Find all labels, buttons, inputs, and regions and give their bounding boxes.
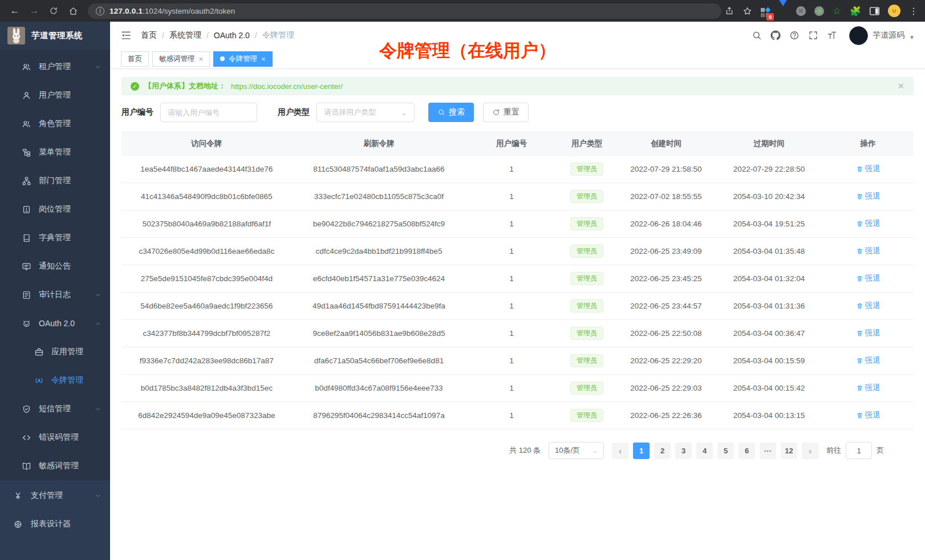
tab-close-icon[interactable]: ×	[199, 55, 204, 63]
report-designer-icon	[13, 520, 23, 529]
app-logo-bar[interactable]: 芋道管理系统	[0, 22, 110, 50]
refresh-token-cell: 8796295f04064c2983414cc54af1097a	[292, 402, 466, 429]
sidebar-item-error-code[interactable]: 错误码管理	[0, 423, 110, 452]
force-logout-button[interactable]: 强退	[856, 301, 881, 311]
sidebar-collapse-icon[interactable]	[120, 30, 132, 41]
profile-avatar[interactable]	[888, 5, 900, 17]
page-button-12[interactable]: 12	[781, 443, 797, 459]
sidebar-item-post[interactable]: 岗位管理	[0, 195, 110, 224]
sidebar-item-report-designer[interactable]: 报表设计器	[0, 510, 110, 538]
search-icon[interactable]	[752, 30, 762, 40]
action-cell: 强退	[822, 293, 914, 320]
browser-menu-icon[interactable]: ⋮	[909, 6, 918, 17]
user-menu[interactable]: 芋道源码 ▼	[849, 26, 915, 45]
force-logout-button[interactable]: 强退	[856, 164, 881, 174]
breadcrumb-item[interactable]: 系统管理	[169, 30, 201, 40]
breadcrumb-item[interactable]: OAuth 2.0	[214, 31, 250, 40]
table-body: 1ea5e44f8bc1467aaede43144f31de76811c5304…	[121, 156, 914, 429]
force-logout-button[interactable]: 强退	[856, 191, 881, 201]
created-time-cell: 2022-06-25 23:44:57	[616, 293, 716, 320]
user-type-select[interactable]: 请选择用户类型 ⌄	[317, 103, 415, 122]
search-button[interactable]: 搜索	[428, 103, 474, 122]
bookmark-star-icon[interactable]	[743, 6, 752, 16]
page-button-6[interactable]: 6	[739, 443, 755, 459]
fullscreen-icon[interactable]	[808, 30, 818, 40]
sidepanel-icon[interactable]	[870, 7, 879, 15]
help-icon[interactable]	[789, 30, 800, 40]
green-star-extension-icon[interactable]: ☆	[833, 5, 841, 17]
page-button-4[interactable]: 4	[696, 443, 713, 459]
force-logout-button[interactable]: 强退	[856, 273, 881, 283]
table-row: 54d6be82ee5a460a9aedc1f9bf22365649d1aa46…	[121, 293, 914, 320]
sidebar-item-pay[interactable]: 支付管理	[0, 481, 110, 510]
github-icon[interactable]	[770, 30, 781, 40]
prev-page-button[interactable]: ‹	[612, 443, 628, 459]
address-bar[interactable]: i 127.0.0.1:1024/system/oauth2/token	[88, 3, 721, 19]
sidebar-item-role[interactable]: 角色管理	[0, 109, 110, 138]
force-logout-button[interactable]: 强退	[856, 410, 881, 420]
sidebar-item-menu[interactable]: 菜单管理	[0, 138, 110, 167]
pagination: 共 120 条 10条/页 ⌄ ‹123456···12› 前往 页	[121, 442, 914, 459]
page-buttons: ‹123456···12›	[612, 443, 818, 459]
page-ellipsis[interactable]: ···	[760, 443, 776, 459]
page-button-1[interactable]: 1	[633, 443, 650, 459]
sidebar-item-dept[interactable]: 部门管理	[0, 167, 110, 195]
menu-icon	[22, 148, 31, 157]
page-button-3[interactable]: 3	[675, 443, 692, 459]
gem-extension-icon[interactable]	[778, 6, 788, 15]
user-type-badge: 管理员	[570, 382, 603, 395]
sidebar-item-sensitive-word[interactable]: 敏感词管理	[0, 452, 110, 480]
alert-close-icon[interactable]: ✕	[897, 81, 904, 91]
sidebar: 芋道管理系统 租户管理用户管理角色管理菜单管理部门管理岗位管理字典管理通知公告审…	[0, 22, 110, 560]
force-logout-label: 强退	[865, 246, 881, 256]
font-size-icon[interactable]	[827, 30, 837, 40]
page-button-5[interactable]: 5	[717, 443, 734, 459]
sidebar-item-dict[interactable]: 字典管理	[0, 224, 110, 252]
force-logout-button[interactable]: 强退	[856, 328, 881, 338]
browser-reload-button[interactable]	[46, 3, 62, 19]
post-icon	[22, 205, 31, 214]
sidebar-item-oauth2-app[interactable]: 应用管理	[0, 338, 110, 366]
sidebar-item-sms[interactable]: 短信管理	[0, 395, 110, 423]
user-icon	[22, 91, 31, 100]
browser-home-button[interactable]	[65, 3, 81, 19]
column-header: 过期时间	[716, 132, 823, 156]
recorder-extension-icon[interactable]	[814, 6, 824, 16]
sidebar-item-user[interactable]: 用户管理	[0, 81, 110, 109]
alert-doc-link[interactable]: https://doc.iocoder.cn/user-center/	[231, 82, 343, 91]
sidebar-item-label: 审计日志	[39, 290, 71, 300]
reset-button[interactable]: 重置	[483, 103, 529, 122]
browser-back-button[interactable]: ←	[7, 3, 23, 19]
browser-forward-button[interactable]: →	[26, 3, 42, 19]
extension-colored-icon[interactable]: 9	[761, 5, 770, 17]
user-type-badge: 管理员	[570, 299, 603, 313]
breadcrumb-item[interactable]: 首页	[141, 30, 157, 40]
sidebar-item-oauth2-token[interactable]: 令牌管理	[0, 366, 110, 395]
sidebar-item-oauth2[interactable]: OAuth 2.0	[0, 309, 110, 338]
tab-敏感词管理[interactable]: 敏感词管理×	[152, 51, 210, 67]
user-type-cell: 管理员	[557, 238, 616, 265]
tab-令牌管理[interactable]: 令牌管理×	[213, 51, 273, 67]
force-logout-button[interactable]: 强退	[856, 246, 881, 256]
force-logout-button[interactable]: 强退	[856, 383, 881, 393]
sidebar-item-notice[interactable]: 通知公告	[0, 252, 110, 281]
user-id-input[interactable]	[160, 103, 257, 122]
chevron-down-icon	[95, 493, 101, 499]
site-info-icon[interactable]: i	[96, 7, 104, 15]
tab-首页[interactable]: 首页	[121, 51, 149, 67]
sidebar-item-tenant[interactable]: 租户管理	[0, 52, 110, 81]
gray-extension-icon[interactable]: ⌘	[796, 6, 806, 16]
force-logout-button[interactable]: 强退	[856, 218, 881, 229]
user-type-badge: 管理员	[570, 272, 603, 286]
goto-page-input[interactable]	[846, 442, 872, 459]
page-button-2[interactable]: 2	[654, 443, 671, 459]
page-size-select[interactable]: 10条/页 ⌄	[549, 442, 604, 459]
share-icon[interactable]	[725, 6, 734, 15]
sidebar-item-audit-log[interactable]: 审计日志	[0, 281, 110, 309]
extensions-puzzle-icon[interactable]: 🧩	[850, 6, 861, 17]
sidebar-item-label: 敏感词管理	[39, 461, 79, 471]
tab-close-icon[interactable]: ×	[261, 55, 266, 63]
force-logout-button[interactable]: 强退	[856, 355, 881, 366]
next-page-button[interactable]: ›	[802, 443, 818, 459]
sidebar-item-label: 用户管理	[39, 90, 71, 100]
